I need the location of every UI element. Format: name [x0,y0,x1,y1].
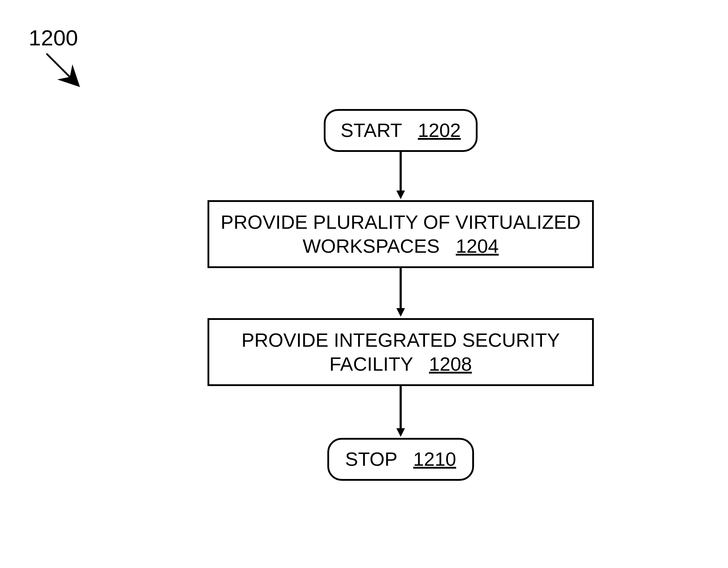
figure-number-label: 1200 [29,25,78,50]
svg-line-0 [47,54,79,86]
stop-ref: 1210 [413,448,456,470]
step1-node: PROVIDE PLURALITY OF VIRTUALIZED WORKSPA… [207,200,594,268]
figure-label-arrow [43,50,89,97]
stop-node: STOP 1210 [327,438,474,481]
stop-text: STOP [345,448,397,470]
arrow-step2-to-stop [390,386,411,441]
step1-text: PROVIDE PLURALITY OF VIRTUALIZED WORKSPA… [221,211,581,257]
step2-ref: 1208 [429,353,472,375]
step2-text: PROVIDE INTEGRATED SECURITY FACILITY [241,329,560,375]
arrow-step1-to-step2 [390,268,411,322]
start-text: START [341,119,402,141]
arrow-start-to-step1 [390,152,411,202]
start-node: START 1202 [324,109,478,152]
step1-ref: 1204 [456,235,499,257]
start-ref: 1202 [418,119,461,141]
step2-node: PROVIDE INTEGRATED SECURITY FACILITY 120… [207,318,594,386]
flowchart-canvas: 1200 START 1202 PROVIDE PLURALITY OF VIR… [0,0,728,568]
